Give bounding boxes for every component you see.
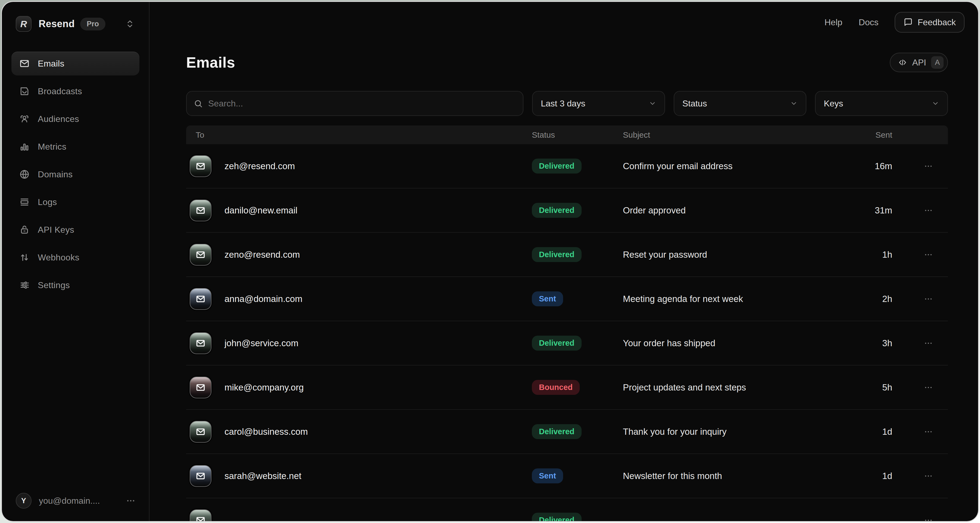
email-subject: Reset your password bbox=[623, 250, 851, 260]
globe-icon bbox=[19, 169, 30, 179]
status-badge: Delivered bbox=[532, 203, 582, 218]
resend-logo: R bbox=[16, 16, 32, 32]
status-select[interactable]: Status bbox=[674, 91, 807, 116]
row-menu-ellipsis-icon[interactable] bbox=[892, 427, 948, 436]
sliders-icon bbox=[19, 280, 30, 290]
sidebar-item-logs[interactable]: Logs bbox=[11, 190, 139, 214]
email-subject: Confirm your email address bbox=[623, 161, 851, 171]
plan-badge: Pro bbox=[80, 17, 105, 30]
arrows-up-down-icon bbox=[19, 252, 30, 263]
sidebar: R Resend Pro Emails Broadcasts bbox=[2, 2, 150, 521]
api-label: API bbox=[912, 57, 926, 68]
row-menu-ellipsis-icon[interactable] bbox=[892, 206, 948, 215]
bar-chart-icon bbox=[19, 141, 30, 152]
sidebar-item-emails[interactable]: Emails bbox=[11, 52, 139, 76]
table-row[interactable]: anna@domain.com Sent Meeting agenda for … bbox=[186, 277, 948, 321]
sidebar-item-label: Webhooks bbox=[38, 252, 80, 263]
search-icon bbox=[194, 99, 203, 108]
row-menu-ellipsis-icon[interactable] bbox=[892, 471, 948, 481]
table-header: To Status Subject Sent bbox=[186, 125, 948, 144]
row-menu-ellipsis-icon[interactable] bbox=[892, 162, 948, 171]
sidebar-item-metrics[interactable]: Metrics bbox=[11, 135, 139, 158]
recipient-email: john@service.com bbox=[224, 338, 298, 349]
envelope-avatar bbox=[190, 377, 212, 398]
sidebar-item-label: Broadcasts bbox=[38, 86, 82, 97]
row-menu-ellipsis-icon[interactable] bbox=[892, 294, 948, 304]
sidebar-item-label: Emails bbox=[38, 59, 64, 69]
recipient-email: carol@business.com bbox=[224, 426, 308, 437]
email-subject: Your order has shipped bbox=[623, 338, 851, 349]
api-button[interactable]: API A bbox=[890, 53, 948, 72]
email-subject: Meeting agenda for next week bbox=[623, 294, 851, 304]
table-row[interactable]: mike@company.org Bounced Project updates… bbox=[186, 366, 948, 410]
help-link[interactable]: Help bbox=[824, 17, 843, 27]
keys-value: Keys bbox=[824, 98, 843, 109]
sidebar-item-api-keys[interactable]: API Keys bbox=[11, 218, 139, 242]
recipient-email: zeh@resend.com bbox=[224, 161, 295, 171]
status-badge: Sent bbox=[532, 292, 563, 306]
app-window: R Resend Pro Emails Broadcasts bbox=[1, 1, 979, 522]
sidebar-item-label: Audiences bbox=[38, 114, 79, 124]
sent-time: 1d bbox=[851, 426, 892, 437]
sidebar-item-label: Metrics bbox=[38, 142, 66, 152]
status-badge: Delivered bbox=[532, 158, 582, 174]
sidebar-item-settings[interactable]: Settings bbox=[11, 273, 139, 297]
row-menu-ellipsis-icon[interactable] bbox=[892, 339, 948, 348]
status-badge: Delivered bbox=[532, 424, 582, 439]
sent-time: 3h bbox=[851, 338, 892, 349]
row-menu-ellipsis-icon[interactable] bbox=[892, 383, 948, 392]
user-email: you@domain.... bbox=[39, 496, 100, 506]
recipient-email: sarah@website.net bbox=[224, 471, 301, 481]
chevrons-up-down-icon[interactable] bbox=[125, 19, 135, 29]
table-row[interactable]: Delivered bbox=[186, 498, 948, 522]
sent-time: 5h bbox=[851, 382, 892, 393]
workspace-switcher[interactable]: R Resend Pro bbox=[16, 16, 139, 32]
envelope-avatar bbox=[190, 465, 212, 487]
feedback-label: Feedback bbox=[918, 17, 956, 27]
rows-icon bbox=[19, 197, 30, 207]
table-row[interactable]: sarah@website.net Sent Newsletter for th… bbox=[186, 454, 948, 498]
table-row[interactable]: danilo@new.email Delivered Order approve… bbox=[186, 189, 948, 233]
row-menu-ellipsis-icon[interactable] bbox=[892, 250, 948, 259]
users-icon bbox=[19, 114, 30, 124]
filter-row: Last 3 days Status Keys bbox=[186, 91, 948, 116]
envelope-avatar bbox=[190, 509, 212, 522]
status-badge: Sent bbox=[532, 468, 563, 483]
sidebar-item-webhooks[interactable]: Webhooks bbox=[11, 246, 139, 269]
sidebar-item-domains[interactable]: Domains bbox=[11, 162, 139, 186]
email-subject: Order approved bbox=[623, 205, 851, 216]
user-account[interactable]: Y you@domain.... bbox=[16, 493, 135, 509]
row-menu-ellipsis-icon[interactable] bbox=[892, 516, 948, 522]
sidebar-item-label: Domains bbox=[38, 170, 73, 179]
inbox-icon bbox=[19, 86, 30, 97]
envelope-avatar bbox=[190, 288, 212, 310]
chevron-down-icon bbox=[790, 100, 798, 107]
date-range-select[interactable]: Last 3 days bbox=[532, 91, 665, 116]
sidebar-item-audiences[interactable]: Audiences bbox=[11, 107, 139, 131]
email-subject: Newsletter for this month bbox=[623, 471, 851, 481]
docs-link[interactable]: Docs bbox=[859, 17, 879, 27]
chevron-down-icon bbox=[932, 100, 939, 107]
table-row[interactable]: zeh@resend.com Delivered Confirm your em… bbox=[186, 144, 948, 189]
table-row[interactable]: zeno@resend.com Delivered Reset your pas… bbox=[186, 233, 948, 277]
feedback-button[interactable]: Feedback bbox=[895, 12, 964, 33]
search-input[interactable] bbox=[208, 98, 516, 109]
envelope-avatar bbox=[190, 332, 212, 354]
top-bar: Help Docs Feedback bbox=[824, 2, 964, 43]
envelope-avatar bbox=[190, 155, 212, 177]
message-bubble-icon bbox=[904, 17, 913, 27]
email-subject: Project updates and next steps bbox=[623, 382, 851, 393]
sidebar-item-label: API Keys bbox=[38, 225, 74, 235]
envelope-avatar bbox=[190, 244, 212, 266]
keys-select[interactable]: Keys bbox=[815, 91, 948, 116]
sidebar-item-broadcasts[interactable]: Broadcasts bbox=[11, 79, 139, 103]
table-row[interactable]: john@service.com Delivered Your order ha… bbox=[186, 321, 948, 366]
envelope-avatar bbox=[190, 421, 212, 443]
sent-time: 1d bbox=[851, 471, 892, 481]
recipient-email: anna@domain.com bbox=[224, 294, 302, 304]
table-body: zeh@resend.com Delivered Confirm your em… bbox=[186, 144, 948, 522]
status-badge: Delivered bbox=[532, 513, 582, 522]
sidebar-item-label: Logs bbox=[38, 197, 57, 207]
table-row[interactable]: carol@business.com Delivered Thank you f… bbox=[186, 410, 948, 454]
ellipsis-icon[interactable] bbox=[126, 496, 135, 506]
